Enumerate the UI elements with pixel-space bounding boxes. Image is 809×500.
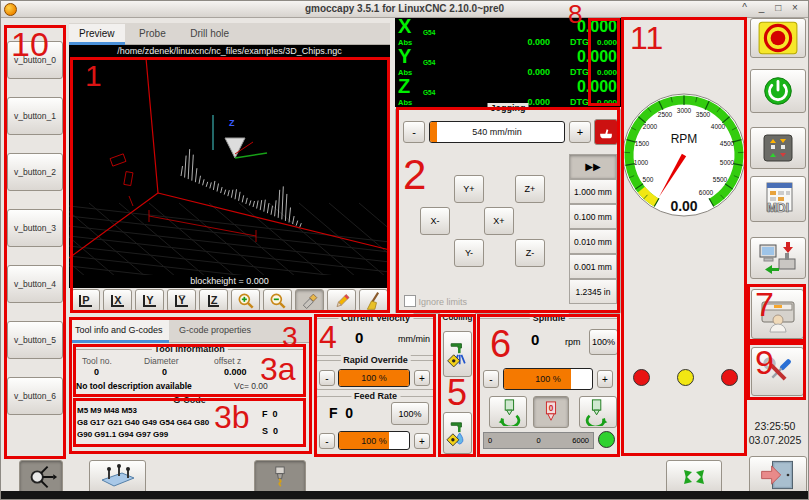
spindle-at-speed-led: [598, 431, 615, 448]
mist-coolant-button[interactable]: [443, 331, 472, 377]
gremlin-3d-preview[interactable]: Z blockheight = 0.000: [69, 58, 390, 288]
window-close-button[interactable]: ×: [788, 2, 802, 13]
dimensions-toggle-button[interactable]: [19, 460, 63, 494]
jog-z-minus-button[interactable]: Z-: [515, 239, 545, 267]
homing-button[interactable]: [750, 127, 806, 169]
spindle-reset-button[interactable]: 100%: [589, 329, 618, 355]
sidebar-v-button-3[interactable]: v_button_3: [7, 209, 63, 247]
window-maximize-button[interactable]: □: [771, 2, 785, 13]
mdi-button[interactable]: MDI: [750, 176, 806, 222]
sidebar-v-button-1[interactable]: v_button_1: [7, 97, 63, 135]
jog-x-plus-button[interactable]: X+: [484, 207, 514, 235]
toolpath-graphic: Z: [69, 58, 390, 288]
view-x-button[interactable]: X: [103, 289, 132, 312]
tools-icon: [758, 354, 798, 390]
status-led-left: [633, 369, 650, 386]
spindle-ccw-button[interactable]: [489, 396, 527, 428]
titlebar: gmoccapy 3.5.1 for LinuxCNC 2.10.0~pre0 …: [1, 1, 808, 18]
spindle-minus-button[interactable]: -: [483, 370, 499, 388]
jog-increment-continuous[interactable]: ▶▶: [569, 154, 617, 179]
touch-plate-button[interactable]: [89, 460, 146, 494]
spindle-frame: Spindle 0 rpm 100% - 100 % + 0: [478, 318, 620, 455]
feed-plus-button[interactable]: +: [414, 433, 430, 449]
spindle-ccw-icon: [494, 398, 522, 426]
tab-tool-info[interactable]: Tool info and G-codes: [69, 320, 169, 343]
mist-icon: [446, 336, 470, 372]
homing-icon: [758, 132, 798, 164]
spindle-range-max: 6000: [572, 436, 589, 445]
diameter-value: 0: [162, 367, 167, 377]
jog-increment-01mm[interactable]: 0.100 mm: [569, 204, 617, 229]
jog-speed-plus-button[interactable]: +: [569, 121, 591, 143]
tool-information-frame: Tool information Tool no. Diameter offse…: [73, 349, 306, 396]
jog-z-plus-button[interactable]: Z+: [515, 175, 545, 203]
feed-minus-button[interactable]: -: [319, 433, 335, 449]
user-mode-button[interactable]: [751, 289, 804, 339]
tab-gcode-properties[interactable]: G-code properties: [173, 320, 257, 343]
estop-button[interactable]: [750, 18, 806, 58]
clock: 23:25:50 03.07.2025: [743, 419, 807, 447]
jog-increment-0001mm[interactable]: 0.001 mm: [569, 254, 617, 279]
jog-increment-001mm[interactable]: 0.010 mm: [569, 229, 617, 254]
jogging-panel: Jogging - 540 mm/min + ▶▶ 1.000 mm 0.100…: [395, 108, 621, 314]
operator-drawer-icon: [758, 295, 798, 333]
jog-speed-minus-button[interactable]: -: [403, 121, 425, 143]
status-bar: [1, 491, 808, 499]
sidebar-v-button-0[interactable]: v_button_0: [7, 41, 63, 79]
jog-speed-bar[interactable]: 540 mm/min: [429, 121, 565, 143]
rapid-plus-button[interactable]: +: [414, 370, 430, 386]
fullscreen-button[interactable]: [666, 460, 722, 494]
rapid-override-bar[interactable]: 100 %: [338, 369, 410, 387]
settings-button[interactable]: [751, 347, 804, 396]
tab-drill-hole[interactable]: Drill hole: [180, 24, 239, 45]
tool-measurement-button[interactable]: [254, 460, 306, 494]
jog-x-minus-button[interactable]: X-: [420, 207, 450, 235]
rapid-minus-button[interactable]: -: [319, 370, 335, 386]
dro-axis-y[interactable]: Y G54 Abs 0.000 DTG 0.000 0.000: [395, 48, 621, 78]
sidebar-v-button-6[interactable]: v_button_6: [7, 377, 63, 415]
rapid-override-value: 100 %: [339, 373, 409, 383]
zoom-out-button[interactable]: [263, 289, 292, 312]
active-speed: S 0: [262, 426, 278, 436]
tool-description: No tool description available: [76, 381, 192, 391]
clear-plot-button[interactable]: [295, 289, 324, 312]
jog-increment-inch[interactable]: 1.2345 in: [569, 279, 617, 304]
flood-coolant-button[interactable]: [443, 412, 472, 454]
machine-on-button[interactable]: [750, 69, 806, 113]
view-perspective-button[interactable]: P: [71, 289, 100, 312]
ignore-limits-checkbox[interactable]: [404, 295, 416, 307]
perspective-icon: P: [79, 295, 91, 307]
view-y-button[interactable]: Y: [135, 289, 164, 312]
broom-icon: [364, 291, 384, 311]
spindle-override-bar[interactable]: 100 %: [503, 368, 593, 390]
jog-speed-hand-button[interactable]: [594, 119, 618, 145]
spindle-title: Spindle: [530, 313, 569, 323]
feed-reset-button[interactable]: 100%: [391, 402, 429, 425]
spindle-cw-button[interactable]: [579, 396, 617, 428]
window-shade-button[interactable]: ^: [738, 2, 752, 13]
sidebar-v-button-5[interactable]: v_button_5: [7, 321, 63, 359]
tool-cone: [225, 138, 245, 158]
dro-panel: X G54 Abs 0.000 DTG 0.000 0.000 Y G54 Ab…: [395, 16, 621, 107]
jog-increment-1mm[interactable]: 1.000 mm: [569, 179, 617, 204]
sidebar-v-button-4[interactable]: v_button_4: [7, 265, 63, 303]
tab-preview[interactable]: Preview: [69, 24, 125, 45]
tab-probe[interactable]: Probe: [129, 24, 176, 45]
view-z-button[interactable]: Z: [199, 289, 228, 312]
jog-y-plus-button[interactable]: Y+: [454, 175, 484, 203]
spindle-plus-button[interactable]: +: [597, 370, 613, 388]
clean-plot-button[interactable]: [359, 289, 388, 312]
jog-y-minus-button[interactable]: Y-: [454, 239, 484, 267]
edit-gcode-button[interactable]: [327, 289, 356, 312]
view-x-icon: X: [111, 295, 123, 307]
spindle-stop-button[interactable]: 0: [533, 396, 569, 428]
feed-override-bar[interactable]: 100 %: [338, 431, 410, 450]
window-minimize-button[interactable]: _: [754, 2, 768, 13]
sidebar-v-button-2[interactable]: v_button_2: [7, 153, 63, 191]
exit-button[interactable]: [749, 456, 807, 494]
dro-axis-x[interactable]: X G54 Abs 0.000 DTG 0.000 0.000: [395, 18, 621, 48]
tool-to-machine-button[interactable]: [750, 237, 806, 279]
view-y2-button[interactable]: Y̅: [167, 289, 196, 312]
current-velocity-value: 0: [355, 329, 363, 346]
zoom-in-button[interactable]: [231, 289, 260, 312]
